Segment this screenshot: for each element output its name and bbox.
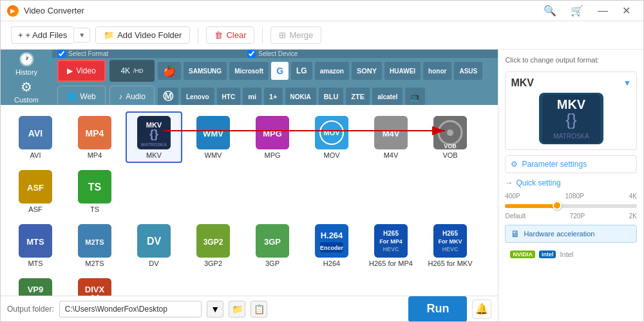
svg-text:TS: TS xyxy=(88,182,102,193)
format-item-3gp[interactable]: 3GP 3GP xyxy=(244,220,301,271)
clear-button[interactable]: 🗑 Clear xyxy=(206,26,254,44)
h265mkv-label: H265 for MKV xyxy=(428,260,472,267)
honor-device-button[interactable]: honor xyxy=(423,62,451,80)
format-item-dv[interactable]: DV DV xyxy=(126,220,182,271)
vob-label: VOB xyxy=(442,151,457,159)
format-content: Select Format Select Device ▶ Video xyxy=(52,50,498,105)
trash-icon: 🗑 xyxy=(214,30,223,40)
format-item-avi[interactable]: AVI AVI xyxy=(7,111,64,163)
audio-format-button[interactable]: ♪ Audio xyxy=(109,86,155,108)
h265mp4-icon: H265 For MP4 HEVC xyxy=(374,224,408,258)
sony-device-button[interactable]: SONY xyxy=(352,62,382,80)
asus-device-button[interactable]: ASUS xyxy=(454,62,482,80)
m2ts-label: M2TS xyxy=(85,260,104,267)
motorola-device-button[interactable]: Ⓜ xyxy=(158,88,178,106)
merge-button[interactable]: ⊞ Merge xyxy=(270,26,321,44)
format-item-mpg[interactable]: MPG MPG xyxy=(244,111,301,163)
amazon-device-button[interactable]: amazon xyxy=(315,62,349,80)
format-item-m4v[interactable]: M4V M4V xyxy=(363,111,419,163)
svg-text:MPG: MPG xyxy=(263,129,282,138)
video-format-button[interactable]: ▶ Video xyxy=(57,60,106,82)
format-grid-wrapper: AVI AVI MP4 xyxy=(1,105,498,296)
lg-device-button[interactable]: LG xyxy=(291,62,312,80)
mi-device-button[interactable]: mi xyxy=(243,88,261,106)
apple-device-button[interactable]: 🍎 xyxy=(158,62,181,80)
4k-format-button[interactable]: 4K/HD xyxy=(109,60,155,82)
mkv-dropdown-arrow[interactable]: ▼ xyxy=(623,79,631,88)
mp4-icon: MP4 xyxy=(78,116,111,149)
add-video-folder-button[interactable]: 📁 Add Video Folder xyxy=(95,26,190,44)
parameter-settings-button[interactable]: ⚙ Parameter settings xyxy=(505,155,637,173)
samsung-device-button[interactable]: SAMSUNG xyxy=(184,62,227,80)
minimize-button[interactable]: — xyxy=(591,1,614,21)
slider-thumb[interactable] xyxy=(553,201,562,210)
format-buttons-row: ▶ Video 4K/HD 🍎 SAMSUNG Microsoft G LG a… xyxy=(52,58,498,84)
format-item-vp9[interactable]: VP9 Encoder VP9 xyxy=(7,274,64,296)
svg-text:MTS: MTS xyxy=(26,237,44,247)
format-item-wmv[interactable]: WMV WMV xyxy=(185,111,242,163)
gpu-badges-bar: NVIDIA intel Intel xyxy=(505,248,637,261)
toolbar-separator-1 xyxy=(198,28,198,43)
quality-slider: 400P 1080P 4K Default 720P 2K xyxy=(505,193,637,220)
run-button[interactable]: Run xyxy=(408,296,467,322)
oneplus-device-button[interactable]: 1+ xyxy=(264,88,283,106)
format-item-asf[interactable]: ASF ASF xyxy=(7,166,64,217)
huawei-device-button[interactable]: HUAWEI xyxy=(384,62,421,80)
mp4-label: MP4 xyxy=(88,151,102,159)
slider-track[interactable] xyxy=(505,204,637,208)
hardware-acceleration-button[interactable]: 🖥 Hardware acceleration xyxy=(505,225,637,243)
toolbar: + + Add Files ▼ 📁 Add Video Folder 🗑 Cle… xyxy=(1,21,643,50)
cart-button[interactable]: 🛒 xyxy=(564,1,590,21)
format-item-3gp2[interactable]: 3GP2 3GP2 xyxy=(185,220,242,271)
web-format-button[interactable]: 🌐 Web xyxy=(57,86,106,108)
tv-device-button[interactable]: 📺 xyxy=(405,88,425,106)
svg-point-19 xyxy=(447,129,453,136)
close-button[interactable]: ✕ xyxy=(616,1,637,21)
intel-label: Intel xyxy=(560,251,573,258)
format-item-ts[interactable]: TS TS xyxy=(66,166,123,217)
output-path-input[interactable] xyxy=(59,301,202,317)
nokia-device-button[interactable]: NOKIA xyxy=(285,88,316,106)
3gp-icon: 3GP xyxy=(256,224,289,258)
format-selector: 🕐 History ⚙ Custom Select Format xyxy=(1,50,498,105)
format-item-mts[interactable]: MTS MTS xyxy=(7,220,64,271)
copy-path-button[interactable]: 📋 xyxy=(251,301,267,317)
select-format-checkbox[interactable] xyxy=(57,50,66,58)
lenovo-device-button[interactable]: Lenovo xyxy=(181,88,214,106)
mkv-format-label: MKV xyxy=(511,77,534,89)
svg-text:WMV: WMV xyxy=(203,129,223,138)
svg-text:M4V: M4V xyxy=(383,129,400,138)
select-device-checkbox[interactable] xyxy=(247,50,256,58)
alcatel-device-button[interactable]: alcatel xyxy=(372,88,402,106)
mov-label: MOV xyxy=(323,151,339,159)
3gp2-label: 3GP2 xyxy=(204,260,222,267)
format-item-mov[interactable]: MOV MOV xyxy=(303,111,360,163)
history-tab[interactable]: 🕐 History xyxy=(1,50,52,77)
zte-device-button[interactable]: ZTE xyxy=(346,88,370,106)
format-item-vob[interactable]: VOB VOB xyxy=(422,111,478,163)
format-item-divx[interactable]: DIVX ✕ DIVX xyxy=(66,274,123,296)
output-dropdown-button[interactable]: ▼ xyxy=(207,301,223,317)
format-item-m2ts[interactable]: M2TS M2TS xyxy=(66,220,123,271)
format-item-mkv[interactable]: MKV {} MATROSKA MKV xyxy=(126,111,182,163)
alarm-button[interactable]: 🔔 xyxy=(472,299,491,319)
format-item-h264[interactable]: H.264 Encoder H264 xyxy=(303,220,360,271)
quality-bottom-marks: Default 720P 2K xyxy=(505,213,637,220)
format-item-h265mp4[interactable]: H265 For MP4 HEVC H265 for MP4 xyxy=(363,220,419,271)
google-device-button[interactable]: G xyxy=(271,62,289,80)
search-button[interactable]: 🔍 xyxy=(537,1,563,21)
add-files-button[interactable]: + + Add Files xyxy=(11,26,73,44)
format-item-mp4[interactable]: MP4 MP4 xyxy=(66,111,123,163)
microsoft-device-button[interactable]: Microsoft xyxy=(229,62,269,80)
open-folder-button[interactable]: 📁 xyxy=(229,301,245,317)
custom-tab[interactable]: ⚙ Custom xyxy=(1,77,52,105)
add-files-dropdown-arrow[interactable]: ▼ xyxy=(73,28,90,43)
svg-text:HEVC: HEVC xyxy=(383,246,399,252)
htc-device-button[interactable]: HTC xyxy=(217,88,241,106)
history-icon: 🕐 xyxy=(19,52,35,67)
ts-label: TS xyxy=(90,205,99,213)
format-item-h265mkv[interactable]: H265 For MKV HEVC H265 for MKV xyxy=(422,220,478,271)
format-row-2: MTS MTS M2TS xyxy=(6,218,493,296)
svg-text:H265: H265 xyxy=(442,230,458,237)
blu-device-button[interactable]: BLU xyxy=(319,88,344,106)
